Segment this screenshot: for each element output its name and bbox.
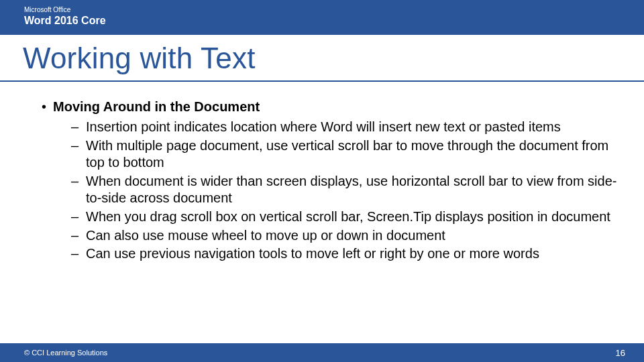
list-item-text: When document is wider than screen displ…	[86, 173, 625, 207]
list-item-text: Insertion point indicates location where…	[86, 119, 561, 136]
bullet-heading: Moving Around in the Document	[53, 99, 260, 115]
slide-footer: © CCI Learning Solutions 16	[0, 343, 644, 362]
footer-page-number: 16	[616, 348, 625, 358]
dash-icon: –	[71, 137, 80, 155]
list-item: –Can use previous navigation tools to mo…	[71, 245, 625, 263]
footer-copyright: © CCI Learning Solutions	[24, 349, 107, 357]
list-item-text: When you drag scroll box on vertical scr…	[86, 208, 610, 226]
bullet-heading-row: • Moving Around in the Document	[42, 99, 625, 115]
dash-icon: –	[71, 119, 80, 136]
header-supertitle: Microsoft Office	[24, 6, 644, 13]
list-item-text: Can use previous navigation tools to mov…	[86, 245, 539, 263]
dash-icon: –	[71, 208, 80, 226]
list-item-text: With multiple page document, use vertica…	[86, 137, 625, 172]
list-item: –Can also use mouse wheel to move up or …	[71, 227, 625, 245]
slide-body: • Moving Around in the Document –Inserti…	[0, 82, 644, 263]
list-item: –Insertion point indicates location wher…	[71, 119, 625, 136]
dash-icon: –	[71, 245, 80, 263]
list-item-text: Can also use mouse wheel to move up or d…	[86, 227, 445, 245]
sub-bullet-list: –Insertion point indicates location wher…	[71, 119, 625, 263]
list-item: –When you drag scroll box on vertical sc…	[71, 208, 625, 226]
header-course: Word 2016 Core	[24, 13, 644, 28]
bullet-dot-icon: •	[42, 100, 46, 113]
slide-title: Working with Text	[23, 42, 644, 75]
list-item: –When document is wider than screen disp…	[71, 173, 625, 207]
list-item: –With multiple page document, use vertic…	[71, 137, 625, 172]
title-band: Working with Text	[0, 35, 644, 82]
dash-icon: –	[71, 173, 80, 190]
dash-icon: –	[71, 227, 80, 245]
slide-header: Microsoft Office Word 2016 Core	[0, 0, 644, 35]
